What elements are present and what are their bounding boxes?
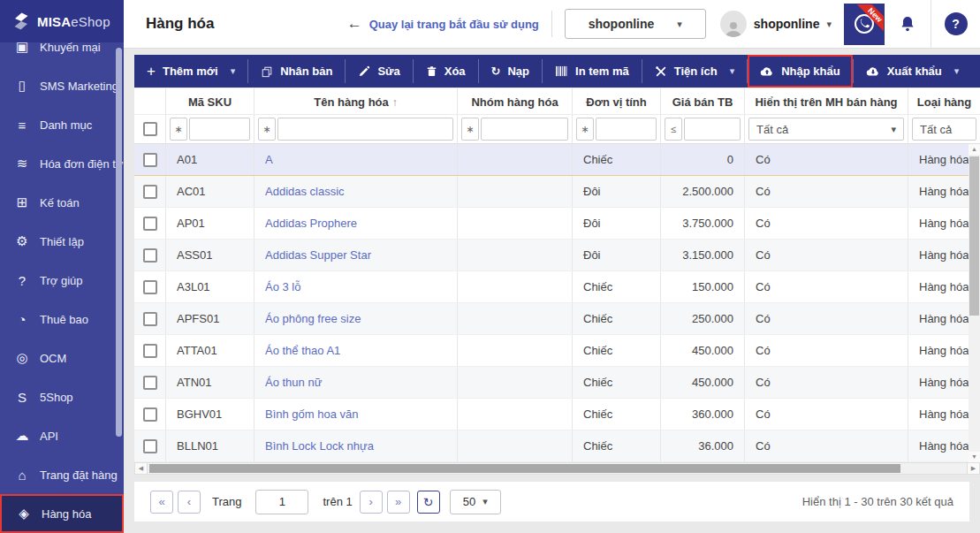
filter-operator-icon[interactable]: ∗	[576, 118, 594, 141]
filter-visible-select[interactable]: Tất cả▾	[748, 118, 904, 141]
filter-operator-icon[interactable]: ∗	[461, 118, 479, 141]
select-all-checkbox[interactable]	[143, 122, 157, 136]
sidebar-item-thiet-lap[interactable]: ⚙Thiết lập	[0, 222, 124, 261]
hotline-button[interactable]: New	[844, 4, 885, 45]
product-name-link[interactable]: Áo thun nữ	[265, 376, 322, 389]
scroll-up-icon[interactable]: ▲	[969, 144, 980, 155]
table-row[interactable]: AC01Addidas classicĐôi2.500.000CóHàng hó…	[134, 176, 980, 208]
top-header: Hàng hóa ← Quay lại trang bắt đầu sử dụn…	[124, 0, 980, 49]
table-row[interactable]: BLLN01Bình Lock Lock nhựaChiếc36.000CóHà…	[134, 430, 980, 462]
app-logo[interactable]: MISAeShop	[0, 0, 124, 42]
trang-dat-hang-icon: ⌂	[14, 468, 30, 483]
row-checkbox[interactable]	[143, 312, 157, 326]
filter-operator-icon[interactable]: ∗	[170, 118, 187, 141]
first-page-button[interactable]: «	[150, 491, 173, 514]
scroll-left-icon[interactable]: ◀	[135, 463, 148, 474]
utilities-button[interactable]: Tiện ích ▾	[642, 55, 747, 88]
prev-page-button[interactable]: ‹	[178, 491, 201, 514]
row-checkbox[interactable]	[143, 185, 157, 199]
branch-select[interactable]: shoponline ▾	[565, 9, 706, 39]
export-button[interactable]: Xuất khẩu ▾	[854, 55, 972, 88]
row-checkbox[interactable]	[143, 376, 157, 390]
table-row[interactable]: ATN01Áo thun nữChiếc450.000CóHàng hóa	[134, 367, 980, 399]
duplicate-button[interactable]: Nhân bản	[248, 55, 345, 88]
product-name-link[interactable]: Addidas Supper Star	[265, 248, 371, 262]
product-name-link[interactable]: Addidas classic	[265, 185, 345, 198]
sidebar-item-5shop[interactable]: S5Shop	[0, 377, 124, 416]
add-new-button[interactable]: + Thêm mới ▾	[134, 55, 247, 88]
delete-button[interactable]: Xóa	[414, 55, 478, 88]
table-row[interactable]: A01AChiếc0CóHàng hóa	[134, 144, 980, 176]
product-name-link[interactable]: Áo phông free size	[265, 312, 361, 325]
filter-type-select[interactable]: Tất cả	[912, 118, 976, 141]
sidebar-item-hoa-don-dien-tu[interactable]: ≋Hóa đơn điện tử	[0, 144, 124, 183]
column-header-visible[interactable]: Hiển thị trên MH bán hàng	[745, 88, 908, 114]
row-checkbox[interactable]	[143, 280, 157, 294]
cell-price: 250.000	[661, 303, 745, 334]
last-page-button[interactable]: »	[387, 491, 410, 514]
column-header-price[interactable]: Giá bán TB	[661, 88, 745, 114]
product-name-link[interactable]: Addidas Prophere	[265, 217, 357, 230]
help-button[interactable]: ?	[931, 0, 980, 48]
product-name-link[interactable]: Áo thể thao A1	[265, 344, 340, 357]
scroll-right-icon[interactable]: ▶	[967, 463, 979, 474]
table-row[interactable]: ATTA01Áo thể thao A1Chiếc450.000CóHàng h…	[134, 335, 980, 367]
row-checkbox[interactable]	[143, 153, 157, 167]
filter-lte-icon[interactable]: ≤	[665, 118, 682, 141]
sidebar-item-thue-bao[interactable]: ◔Thuê bao	[0, 300, 124, 339]
back-to-start-link[interactable]: Quay lại trang bắt đầu sử dụng	[369, 18, 539, 31]
table-row[interactable]: APFS01Áo phông free sizeChiếc250.000CóHà…	[134, 303, 980, 335]
filter-unit-input[interactable]	[596, 118, 657, 141]
table-row[interactable]: AP01Addidas ProphereĐôi3.750.000CóHàng h…	[134, 208, 980, 240]
vertical-scrollbar[interactable]: ▲ ▼	[969, 144, 980, 462]
back-arrow-icon[interactable]: ←	[347, 15, 362, 33]
sidebar-item-label: Kế toán	[40, 196, 80, 209]
column-header-unit[interactable]: Đơn vị tính	[573, 88, 661, 114]
table-row[interactable]: A3L01Áo 3 lỗChiếc150.000CóHàng hóa	[134, 271, 980, 303]
column-header-type[interactable]: Loại hàng	[908, 88, 980, 114]
sidebar-item-danh-muc[interactable]: ≡Danh mục	[0, 105, 124, 144]
column-header-sku[interactable]: Mã SKU	[166, 88, 254, 114]
page-size-select[interactable]: 50 ▾	[450, 490, 501, 514]
sidebar-item-sms-marketing[interactable]: ▯SMS Marketing	[0, 66, 124, 105]
horizontal-scrollbar[interactable]: ◀ ▶	[134, 462, 980, 475]
reload-button[interactable]: ↻ Nạp	[479, 55, 542, 88]
import-button[interactable]: Nhập khẩu	[748, 55, 852, 88]
column-header-group[interactable]: Nhóm hàng hóa	[458, 88, 573, 114]
product-name-link[interactable]: Bình Lock Lock nhựa	[265, 439, 374, 453]
row-checkbox[interactable]	[143, 407, 157, 422]
page-number-input[interactable]	[255, 490, 308, 514]
product-name-link[interactable]: A	[265, 153, 273, 166]
edit-button[interactable]: Sửa	[346, 55, 412, 88]
bell-icon	[898, 14, 917, 34]
filter-price-input[interactable]	[684, 118, 741, 141]
sidebar-item-ocm[interactable]: ◎OCM	[0, 339, 124, 377]
scroll-down-icon[interactable]: ▼	[969, 452, 980, 462]
filter-group-input[interactable]	[481, 118, 568, 141]
filter-operator-icon[interactable]: ∗	[258, 118, 276, 141]
sidebar-item-trang-dat-hang[interactable]: ⌂Trang đặt hàng	[0, 455, 124, 494]
table-row[interactable]: BGHV01Bình gốm hoa vănChiếc360.000CóHàng…	[134, 399, 980, 430]
refresh-button[interactable]: ↻	[417, 491, 440, 514]
row-checkbox[interactable]	[143, 248, 157, 263]
vertical-scroll-thumb[interactable]	[969, 156, 979, 316]
user-menu[interactable]: shoponline ▾	[720, 11, 832, 37]
horizontal-scroll-thumb[interactable]	[149, 464, 900, 473]
filter-name-input[interactable]	[277, 118, 453, 141]
sidebar-item-tro-giup[interactable]: ?Trợ giúp	[0, 261, 124, 300]
print-barcode-button[interactable]: In tem mã	[543, 55, 642, 88]
column-header-name[interactable]: Tên hàng hóa↑	[254, 88, 458, 114]
sidebar-item-ke-toan[interactable]: ⊞Kế toán	[0, 183, 124, 222]
row-checkbox[interactable]	[143, 217, 157, 231]
table-row[interactable]: ASS01Addidas Supper StarĐôi3.150.000CóHà…	[134, 240, 980, 271]
sidebar-item-api[interactable]: ☁API	[0, 416, 124, 455]
filter-sku-input[interactable]	[189, 118, 250, 141]
product-name-link[interactable]: Áo 3 lỗ	[265, 280, 300, 293]
sidebar-scrollbar[interactable]	[116, 48, 122, 437]
next-page-button[interactable]: ›	[360, 491, 383, 514]
row-checkbox[interactable]	[143, 344, 157, 358]
notifications-button[interactable]	[885, 0, 931, 48]
row-checkbox[interactable]	[143, 439, 157, 453]
product-name-link[interactable]: Bình gốm hoa văn	[265, 407, 359, 421]
sidebar-item-hang-hoa[interactable]: ◈Hàng hóa	[0, 494, 124, 533]
